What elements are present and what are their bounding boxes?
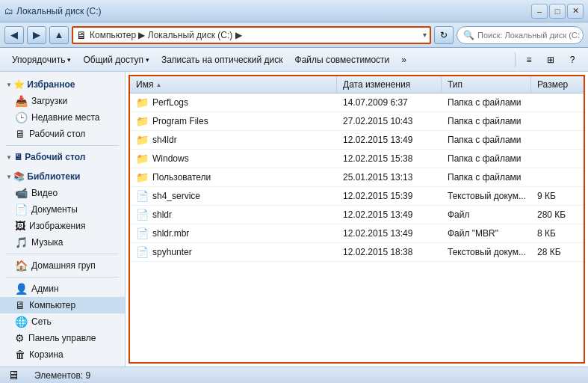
sidebar-item-admin[interactable]: 👤 Админ [0,281,125,297]
file-cell-type: Текстовый докум... [442,189,531,203]
col-date-label: Дата изменения [343,79,410,90]
table-row[interactable]: 📄 spyhunter 12.02.2015 18:38 Текстовый д… [130,243,584,262]
sidebar-item-desktop[interactable]: 🖥 Рабочий стол [0,126,125,142]
address-input-wrapper[interactable]: 🖥 Компьютер ▶ Локальный диск (C:) ▶ ▾ [72,26,431,44]
sidebar-item-music[interactable]: 🎵 Музыка [0,234,125,251]
back-button[interactable]: ◀ [4,26,24,44]
table-row[interactable]: 📄 shldr.mbr 12.02.2015 13:49 Файл "MBR" … [130,224,584,243]
col-header-date[interactable]: Дата изменения [337,76,442,93]
homegroup-label: Домашняя груп [31,260,96,271]
refresh-button[interactable]: ↻ [434,26,454,44]
folder-icon: 📁 [136,115,149,127]
view-tiles-icon: ⊞ [547,55,554,65]
burn-button[interactable]: Записать на оптический диск [155,50,289,70]
file-name: Windows [152,153,189,164]
view-tiles-button[interactable]: ⊞ [541,51,560,69]
close-button[interactable]: ✕ [567,4,584,19]
title-bar-left: 🗂 Локальный диск (C:) [4,6,102,16]
minimize-button[interactable]: – [531,4,548,19]
file-cell-name: 📄 sh4_service [130,189,337,203]
address-dropdown-arrow[interactable]: ▾ [423,31,427,39]
col-name-label: Имя [136,79,153,90]
file-cell-type: Файл "MBR" [442,226,531,241]
sidebar-item-images[interactable]: 🖼 Изображения [0,218,125,234]
folder-icon: 📁 [136,153,149,165]
toolbar-right: ≡ ⊞ ? [513,51,582,69]
desktop-header[interactable]: ▼ 🖥 Рабочий стол [0,149,125,165]
sidebar-item-control-panel[interactable]: ⚙ Панель управле [0,330,125,346]
file-cell-type: Папка с файлами [442,95,531,110]
file-cell-date: 12.02.2015 13:49 [337,226,442,241]
sort-arrow-name: ▲ [155,82,161,88]
libraries-header[interactable]: ▼ 📚 Библиотеки [0,168,125,185]
file-name: sh4ldr [152,135,177,145]
music-label: Музыка [31,237,63,248]
sidebar-item-network[interactable]: 🌐 Сеть [0,313,125,330]
file-cell-name: 📄 shldr.mbr [130,226,337,241]
more-toolbar-button[interactable]: » [395,50,412,70]
compat-button[interactable]: Файлы совместимости [289,50,396,70]
desktop-section: ▼ 🖥 Рабочий стол [0,149,125,165]
computer-icon: 🖥 [15,299,25,311]
recent-label: Недавние места [31,112,99,123]
file-icon: 📄 [136,190,149,202]
control-panel-label: Панель управле [28,333,96,343]
table-row[interactable]: 📄 sh4_service 12.02.2015 15:39 Текстовый… [130,187,584,206]
col-header-size[interactable]: Размер [531,76,584,93]
sidebar-item-computer[interactable]: 🖥 Компьютер [0,297,125,313]
file-name: Program Files [152,116,208,126]
sidebar-item-documents[interactable]: 📄 Документы [0,201,125,218]
file-list-header: Имя ▲ Дата изменения Тип Размер [130,76,584,94]
control-panel-icon: ⚙ [15,332,25,344]
share-label: Общий доступ [83,55,143,65]
share-button[interactable]: Общий доступ ▾ [77,50,155,70]
sidebar-divider-3 [6,277,119,278]
organize-button[interactable]: Упорядочить ▾ [6,50,77,70]
favorites-section: ▼ ⭐ Избранное 📥 Загрузки 🕒 Недавние мест… [0,76,125,142]
sidebar-item-recent[interactable]: 🕒 Недавние места [0,109,125,126]
file-cell-size: 280 КБ [531,207,584,222]
trash-icon: 🗑 [15,349,25,361]
folder-icon: 📁 [136,171,149,183]
sidebar-item-video[interactable]: 📹 Видео [0,185,125,201]
table-row[interactable]: 📁 Windows 12.02.2015 15:38 Папка с файла… [130,150,584,168]
desktop-fav-label: Рабочий стол [29,129,85,139]
file-cell-size: 9 КБ [531,189,584,203]
help-icon: ? [570,55,575,65]
search-box[interactable]: 🔍 [457,26,584,44]
col-type-label: Тип [448,79,462,90]
window-controls: – □ ✕ [531,4,584,19]
maximize-button[interactable]: □ [549,4,566,19]
forward-button[interactable]: ▶ [27,26,46,44]
sidebar-item-homegroup[interactable]: 🏠 Домашняя груп [0,257,125,274]
col-size-label: Размер [537,79,568,90]
table-row[interactable]: 📁 sh4ldr 12.02.2015 13:49 Папка с файлам… [130,131,584,150]
view-details-button[interactable]: ≡ [519,51,539,69]
table-row[interactable]: 📁 Пользователи 25.01.2015 13:13 Папка с … [130,168,584,187]
sidebar-item-downloads[interactable]: 📥 Загрузки [0,93,125,109]
col-header-name[interactable]: Имя ▲ [130,76,337,93]
help-button[interactable]: ? [563,51,582,69]
table-row[interactable]: 📄 shldr 12.02.2015 13:49 Файл 280 КБ [130,206,584,224]
col-header-type[interactable]: Тип [442,76,531,93]
file-cell-type: Текстовый докум... [442,245,531,260]
recent-icon: 🕒 [15,111,28,123]
status-count: Элементов: 9 [34,370,90,381]
file-cell-size [531,132,584,147]
file-icon: 📄 [136,246,149,258]
desktop-label: 🖥 Рабочий стол [13,152,85,162]
search-input[interactable] [477,31,581,40]
sidebar: ▼ ⭐ Избранное 📥 Загрузки 🕒 Недавние мест… [0,72,126,367]
file-cell-type: Папка с файлами [442,114,531,129]
window-icon: 🗂 [4,6,13,16]
up-button[interactable]: ▲ [49,26,69,44]
favorites-header[interactable]: ▼ ⭐ Избранное [0,76,125,93]
table-row[interactable]: 📁 Program Files 27.02.2015 10:43 Папка с… [130,112,584,131]
file-cell-size [531,95,584,110]
table-row[interactable]: 📁 PerfLogs 14.07.2009 6:37 Папка с файла… [130,94,584,112]
network-icon: 🌐 [15,316,28,328]
folder-icon: 📁 [136,134,149,146]
file-cell-date: 12.02.2015 18:38 [337,245,442,260]
window-title: Локальный диск (C:) [16,6,102,16]
sidebar-item-trash[interactable]: 🗑 Корзина [0,346,125,363]
